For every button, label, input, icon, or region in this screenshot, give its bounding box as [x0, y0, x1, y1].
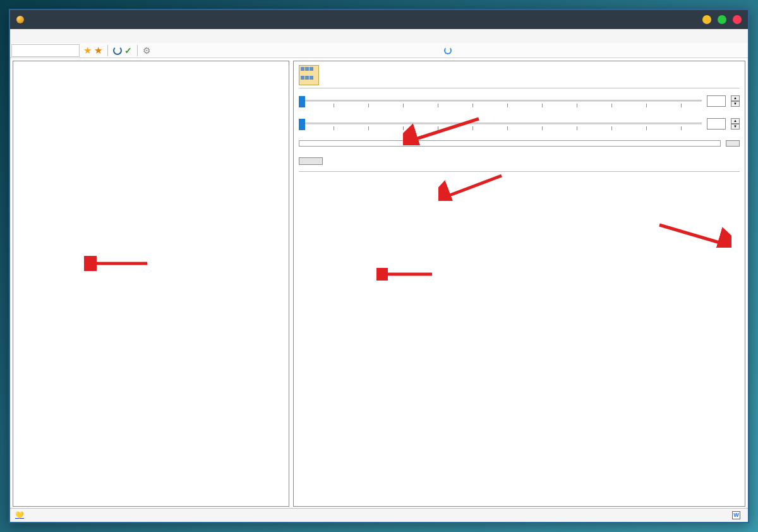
menubar — [10, 29, 748, 43]
minimize-dot[interactable] — [702, 15, 711, 24]
panel-header — [299, 65, 740, 88]
hspacing-value[interactable] — [707, 95, 726, 107]
titlebar[interactable] — [10, 10, 748, 29]
reset-spin-icon — [444, 47, 452, 54]
star-filled-icon[interactable]: ★ — [83, 45, 92, 56]
maximize-dot[interactable] — [718, 15, 726, 24]
winaero-icon: W — [732, 511, 740, 519]
star-outline-icon[interactable]: ★ — [94, 45, 102, 56]
search-input[interactable] — [11, 44, 80, 57]
icons-icon — [299, 65, 319, 85]
change-font-button[interactable] — [726, 140, 740, 147]
donate-link[interactable]: 💛 — [15, 511, 27, 519]
donate-icon: 💛 — [15, 511, 24, 519]
toolbar-divider — [107, 45, 108, 56]
hspacing-slider[interactable] — [299, 95, 702, 107]
hspacing-spinner[interactable]: ▲▼ — [731, 95, 740, 107]
vspacing-slider[interactable] — [299, 118, 702, 130]
description-box — [299, 171, 740, 179]
vspacing-thumb[interactable] — [299, 119, 305, 130]
font-sample — [299, 140, 721, 147]
app-icon — [16, 16, 24, 23]
vspacing-value[interactable] — [707, 118, 726, 130]
statusbar: 💛 W — [10, 508, 748, 522]
main-panel: ▲▼ ▲▼ — [293, 61, 745, 507]
vspacing-spinner[interactable]: ▲▼ — [731, 118, 740, 130]
close-dot[interactable] — [733, 15, 742, 24]
gear-icon[interactable]: ⚙ — [143, 45, 151, 56]
hspacing-thumb[interactable] — [299, 96, 305, 107]
content-area: ▲▼ ▲▼ — [10, 58, 748, 508]
toolbar: ★ ★ ✓ ⚙ — [10, 43, 748, 58]
toolbar-divider — [137, 45, 138, 56]
refresh-icon[interactable] — [113, 46, 122, 55]
app-window: ★ ★ ✓ ⚙ — [9, 9, 749, 523]
reset-page-link[interactable] — [151, 47, 748, 54]
check-icon[interactable]: ✓ — [124, 45, 132, 56]
tree-panel[interactable] — [13, 61, 289, 507]
apply-button[interactable] — [299, 157, 323, 165]
